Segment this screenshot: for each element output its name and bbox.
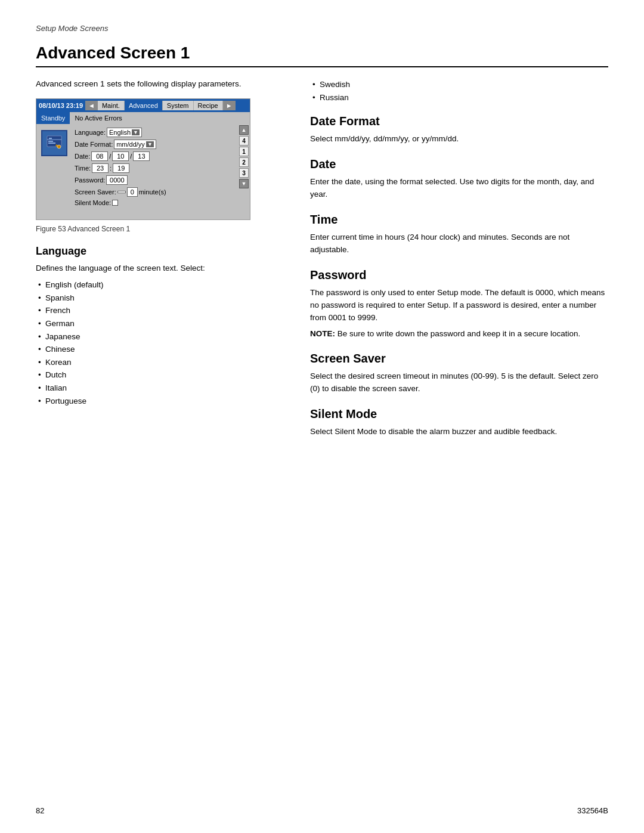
time-label: Time: (75, 165, 91, 172)
scroll-num-4[interactable]: 4 (239, 136, 249, 145)
date-month-input[interactable]: 08 (91, 151, 108, 161)
silent-label: Silent Mode: (75, 199, 111, 206)
date-format-dropdown-arrow: ▼ (146, 141, 154, 147)
time-heading: Time (310, 213, 608, 227)
figure-caption: Figure 53 Advanced Screen 1 (36, 225, 286, 233)
date-text: Enter the date, using the format selecte… (310, 176, 608, 201)
document-number: 332564B (577, 806, 608, 815)
device-date-time: 08/10/13 23:19 (36, 101, 85, 110)
tab-recipe[interactable]: Recipe (194, 101, 223, 110)
scroll-down-button[interactable]: ▼ (239, 179, 249, 188)
silent-mode-text: Select Silent Mode to disable the alarm … (310, 426, 608, 438)
language-field-row: Language: English ▼ (75, 128, 236, 137)
svg-point-4 (57, 145, 61, 148)
time-text: Enter current time in hours (24 hour clo… (310, 231, 608, 256)
device-body: Language: English ▼ Date Format: mm/dd/y… (36, 124, 250, 219)
list-item: Korean (36, 356, 286, 369)
list-item: Dutch (36, 368, 286, 382)
nav-right-arrow[interactable]: ► (223, 101, 236, 110)
time-section: Time Enter current time in hours (24 hou… (310, 213, 608, 256)
time-hours-input[interactable]: 23 (92, 163, 109, 173)
page-title: Advanced Screen 1 (36, 44, 608, 67)
tab-maint[interactable]: Maint. (98, 101, 125, 110)
tab-system[interactable]: System (163, 101, 194, 110)
device-header: 08/10/13 23:19 ◄ Maint. Advanced System … (36, 99, 250, 112)
list-item: Swedish (310, 78, 608, 91)
screensaver-field-row: Screen Saver: 0 minute(s) (75, 187, 236, 197)
date-format-text: Select mm/dd/yy, dd/mm/yy, or yy/mm/dd. (310, 133, 608, 145)
date-year-input[interactable]: 13 (133, 151, 150, 161)
device-icon-area (36, 124, 72, 219)
date-section: Date Enter the date, using the format se… (310, 157, 608, 201)
language-options-list: English (default) Spanish French German … (36, 278, 286, 407)
language-label: Language: (75, 129, 106, 136)
list-item: Chinese (36, 343, 286, 356)
silent-mode-section: Silent Mode Select Silent Mode to disabl… (310, 407, 608, 438)
right-column: Swedish Russian Date Format Select mm/dd… (310, 78, 608, 450)
svg-rect-2 (48, 141, 53, 142)
date-format-field-row: Date Format: mm/dd/yy ▼ (75, 140, 236, 149)
left-column: Advanced screen 1 sets the following dis… (36, 78, 286, 450)
time-minutes-input[interactable]: 19 (113, 163, 129, 173)
intro-text: Advanced screen 1 sets the following dis… (36, 78, 286, 90)
list-item: German (36, 317, 286, 330)
silent-mode-checkbox[interactable] (112, 200, 118, 206)
screensaver-value-input[interactable]: 0 (127, 187, 138, 197)
settings-icon (41, 130, 67, 156)
password-section: Password The password is only used to en… (310, 268, 608, 340)
extra-language-options: Swedish Russian (310, 78, 608, 104)
screen-saver-text: Select the desired screen timeout in min… (310, 370, 608, 395)
device-scrollbar: ▲ 4 1 2 3 ▼ (238, 124, 250, 219)
date-label: Date: (75, 153, 90, 160)
silent-field-row: Silent Mode: (75, 199, 236, 206)
scroll-num-2[interactable]: 2 (239, 157, 249, 167)
date-format-value: mm/dd/yy (116, 141, 145, 148)
date-format-section: Date Format Select mm/dd/yy, dd/mm/yy, o… (310, 114, 608, 145)
date-sep2: / (130, 153, 132, 160)
password-field-row: Password: 0000 (75, 175, 236, 185)
nav-left-arrow[interactable]: ◄ (85, 101, 98, 110)
password-text: The password is only used to enter Setup… (310, 287, 608, 324)
language-description: Defines the language of the screen text.… (36, 262, 286, 275)
password-label: Password: (75, 176, 105, 184)
date-heading: Date (310, 157, 608, 171)
date-format-heading: Date Format (310, 114, 608, 128)
password-input[interactable]: 0000 (106, 175, 128, 185)
list-item: Italian (36, 382, 286, 395)
device-status-bar: Standby No Active Errors (36, 112, 250, 124)
time-sep: : (110, 165, 112, 172)
screen-saver-heading: Screen Saver (310, 352, 608, 366)
time-field-row: Time: 23 : 19 (75, 163, 236, 173)
scroll-num-1[interactable]: 1 (239, 147, 249, 156)
language-value: English (109, 129, 131, 136)
screensaver-checkbox[interactable] (117, 191, 126, 193)
password-heading: Password (310, 268, 608, 282)
list-item: English (default) (36, 278, 286, 292)
breadcrumb: Setup Mode Screens (36, 24, 608, 33)
language-heading: Language (36, 245, 286, 258)
screensaver-suffix: minute(s) (139, 188, 166, 196)
scroll-num-3[interactable]: 3 (239, 168, 249, 178)
scroll-up-button[interactable]: ▲ (239, 125, 249, 135)
page-footer: 82 332564B (36, 806, 608, 815)
list-item: Spanish (36, 292, 286, 305)
tab-advanced[interactable]: Advanced (125, 101, 163, 110)
date-format-dropdown[interactable]: mm/dd/yy ▼ (114, 140, 156, 149)
language-dropdown-arrow: ▼ (132, 129, 140, 135)
date-sep1: / (109, 153, 111, 160)
date-field-row: Date: 08 / 10 / 13 (75, 151, 236, 161)
screen-saver-section: Screen Saver Select the desired screen t… (310, 352, 608, 395)
list-item: French (36, 304, 286, 317)
device-fields: Language: English ▼ Date Format: mm/dd/y… (72, 124, 238, 219)
date-day-input[interactable]: 10 (112, 151, 129, 161)
svg-rect-3 (48, 143, 55, 144)
silent-mode-heading: Silent Mode (310, 407, 608, 421)
language-section: Language Defines the language of the scr… (36, 245, 286, 407)
language-dropdown[interactable]: English ▼ (107, 128, 142, 137)
status-standby: Standby (36, 112, 70, 124)
list-item: Portuguese (36, 395, 286, 408)
page-number: 82 (36, 806, 44, 815)
date-format-label: Date Format: (75, 141, 113, 148)
list-item: Japanese (36, 330, 286, 343)
password-note: NOTE: Be sure to write down the password… (310, 328, 608, 340)
